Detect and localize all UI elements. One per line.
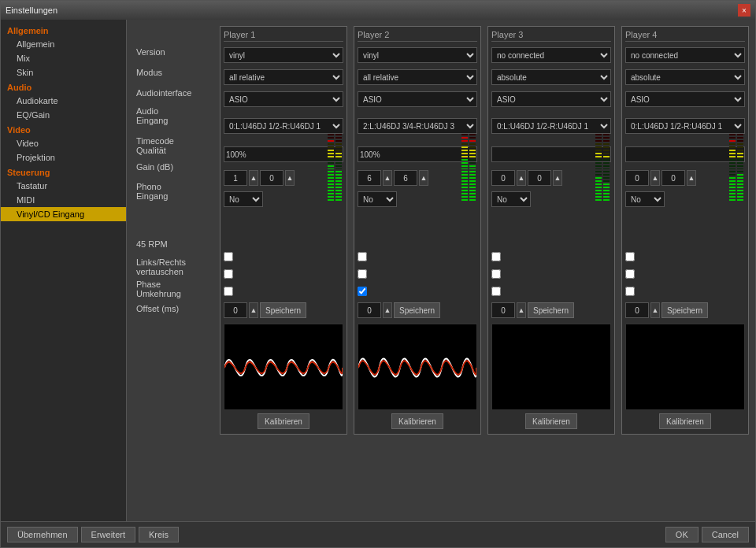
- player2-modus-select[interactable]: all relativeabsoluterelative: [358, 69, 477, 85]
- player2-version-select[interactable]: vinylcdno connected: [358, 47, 477, 63]
- player1-offset-area: ▲ Speichern: [224, 302, 306, 318]
- player1-linksrechts-checkbox[interactable]: [224, 269, 233, 279]
- player3-phono-select[interactable]: NoYes: [491, 191, 531, 207]
- player4-rpm-checkbox[interactable]: [625, 252, 635, 261]
- player2-offset-input[interactable]: [358, 302, 381, 318]
- player4-save-button[interactable]: Speichern: [662, 302, 708, 318]
- sidebar-item-audiokarte[interactable]: Audiokarte: [1, 94, 126, 108]
- sidebar-item-mix[interactable]: Mix: [1, 51, 126, 65]
- player3-gain-r[interactable]: [528, 170, 551, 186]
- ok-button[interactable]: OK: [665, 527, 699, 542]
- close-button[interactable]: ×: [738, 4, 750, 17]
- player4-rpm-row: [625, 248, 745, 265]
- player1-offset-up[interactable]: ▲: [249, 302, 258, 318]
- player3-offset-up[interactable]: ▲: [517, 302, 526, 318]
- player1-eingang-select[interactable]: 0:L:U46DJ 1/2-R:U46DJ 1: [224, 118, 343, 134]
- player2-gain-r[interactable]: [394, 170, 417, 186]
- player2-gain-r-up[interactable]: ▲: [419, 170, 428, 186]
- player2-calibrate-button[interactable]: Kalibrieren: [391, 413, 443, 429]
- label-timecode: TimecodeQualität: [133, 133, 220, 157]
- player4-gain-r-up[interactable]: ▲: [687, 170, 696, 186]
- player4-timecode-input[interactable]: [625, 146, 745, 162]
- kreis-button[interactable]: Kreis: [139, 527, 179, 542]
- player4-offset-input[interactable]: [625, 302, 649, 318]
- player3-linksrechts-checkbox[interactable]: [491, 269, 501, 279]
- player4-gain-area: ▲ ▲: [625, 170, 696, 186]
- player3-eingang-select[interactable]: 0:L:U46DJ 1/2-R:U46DJ 1: [491, 118, 611, 134]
- player2-phase-checkbox[interactable]: [358, 287, 367, 296]
- erweitert-button[interactable]: Erweitert: [81, 527, 135, 542]
- player2-eingang-select[interactable]: 2:L:U46DJ 3/4-R:U46DJ 3: [358, 118, 477, 134]
- player4-linksrechts-checkbox[interactable]: [625, 269, 635, 279]
- player4-waveform: [625, 324, 745, 410]
- player3-version-select[interactable]: vinylcdno connected: [491, 47, 611, 63]
- player4-phase-checkbox[interactable]: [625, 287, 635, 296]
- player1-phase-checkbox[interactable]: [224, 287, 233, 296]
- player1-phase-row: [224, 283, 343, 300]
- bottom-bar: Übernehmen Erweitert Kreis OK Cancel: [1, 521, 755, 547]
- player1-save-button[interactable]: Speichern: [260, 302, 306, 318]
- player2-rpm-checkbox[interactable]: [358, 252, 367, 261]
- player1-offset-input[interactable]: [224, 302, 247, 318]
- player3-offset-input[interactable]: [491, 302, 515, 318]
- player1-version-select[interactable]: vinylcdno connected: [224, 47, 343, 63]
- player4-gain-row: ▲ ▲: [625, 168, 745, 188]
- player1-phono-select[interactable]: NoYes: [224, 191, 263, 207]
- player4-offset-up[interactable]: ▲: [650, 302, 660, 318]
- player4-phono-row: NoYes: [625, 190, 745, 246]
- player1-gain-r-up[interactable]: ▲: [285, 170, 295, 186]
- sidebar-item-allgemein[interactable]: Allgemein: [1, 37, 126, 51]
- player2-offset-up[interactable]: ▲: [383, 302, 392, 318]
- player4-eingang-select[interactable]: 0:L:U46DJ 1/2-R:U46DJ 1: [625, 118, 745, 134]
- sidebar-item-tastatur[interactable]: Tastatur: [1, 179, 126, 193]
- player1-audiointerface-select[interactable]: ASIODirectSound: [224, 91, 343, 107]
- player4-phono-select[interactable]: NoYes: [625, 191, 665, 207]
- player1-gain-row: ▲ ▲: [224, 168, 343, 188]
- player1-rpm-checkbox[interactable]: [224, 252, 233, 261]
- player1-timecode-input[interactable]: [224, 146, 343, 162]
- player2-timecode-input[interactable]: [358, 146, 477, 162]
- player2-audiointerface-select[interactable]: ASIODirectSound: [358, 91, 477, 107]
- sidebar-item-vinyl-cd[interactable]: Vinyl/CD Eingang: [1, 207, 126, 221]
- player3-section: Player 3 vinylcdno connected all relativ…: [487, 26, 615, 435]
- player3-gain-r-up[interactable]: ▲: [553, 170, 562, 186]
- player2-header: Player 2: [358, 30, 477, 42]
- player3-calibrate-button[interactable]: Kalibrieren: [525, 413, 577, 429]
- player1-gain-l[interactable]: [224, 170, 247, 186]
- player1-modus-select[interactable]: all relativeabsoluterelative: [224, 69, 343, 85]
- player1-gain-r[interactable]: [260, 170, 284, 186]
- label-gain: Gain (dB): [133, 157, 220, 177]
- player2-gain-l[interactable]: [358, 170, 381, 186]
- player4-gain-l[interactable]: [625, 170, 649, 186]
- player4-vu-right: [737, 134, 743, 202]
- player1-waveform: [224, 324, 343, 410]
- player4-modus-select[interactable]: all relativeabsoluterelative: [625, 69, 745, 85]
- player3-modus-select[interactable]: all relativeabsoluterelative: [491, 69, 611, 85]
- player1-gain-l-up[interactable]: ▲: [249, 170, 258, 186]
- player2-gain-l-up[interactable]: ▲: [383, 170, 392, 186]
- player4-gain-r[interactable]: [662, 170, 685, 186]
- sidebar-item-eqgain[interactable]: EQ/Gain: [1, 108, 126, 122]
- cancel-button[interactable]: Cancel: [702, 527, 749, 542]
- player4-calibrate-button[interactable]: Kalibrieren: [659, 413, 711, 429]
- sidebar-item-projektion[interactable]: Projektion: [1, 150, 126, 165]
- player2-phono-select[interactable]: NoYes: [358, 191, 397, 207]
- player1-calibrate-button[interactable]: Kalibrieren: [258, 413, 309, 429]
- player3-gain-l-up[interactable]: ▲: [517, 170, 526, 186]
- player3-audiointerface-select[interactable]: ASIODirectSound: [491, 91, 611, 107]
- sidebar-item-video[interactable]: Video: [1, 136, 126, 150]
- sidebar-item-skin[interactable]: Skin: [1, 65, 126, 80]
- sidebar-item-midi[interactable]: MIDI: [1, 193, 126, 207]
- player3-rpm-checkbox[interactable]: [491, 252, 501, 261]
- player3-timecode-input[interactable]: [491, 146, 611, 162]
- player3-rpm-row: [491, 248, 611, 265]
- player3-gain-l[interactable]: [491, 170, 515, 186]
- uebernehmen-button[interactable]: Übernehmen: [7, 527, 78, 542]
- player3-phase-checkbox[interactable]: [491, 287, 501, 296]
- player4-gain-l-up[interactable]: ▲: [650, 170, 660, 186]
- player4-audiointerface-select[interactable]: ASIODirectSound: [625, 91, 745, 107]
- player4-version-select[interactable]: vinylcdno connected: [625, 47, 745, 63]
- player2-save-button[interactable]: Speichern: [394, 302, 440, 318]
- player3-save-button[interactable]: Speichern: [528, 302, 574, 318]
- player2-linksrechts-checkbox[interactable]: [358, 269, 367, 279]
